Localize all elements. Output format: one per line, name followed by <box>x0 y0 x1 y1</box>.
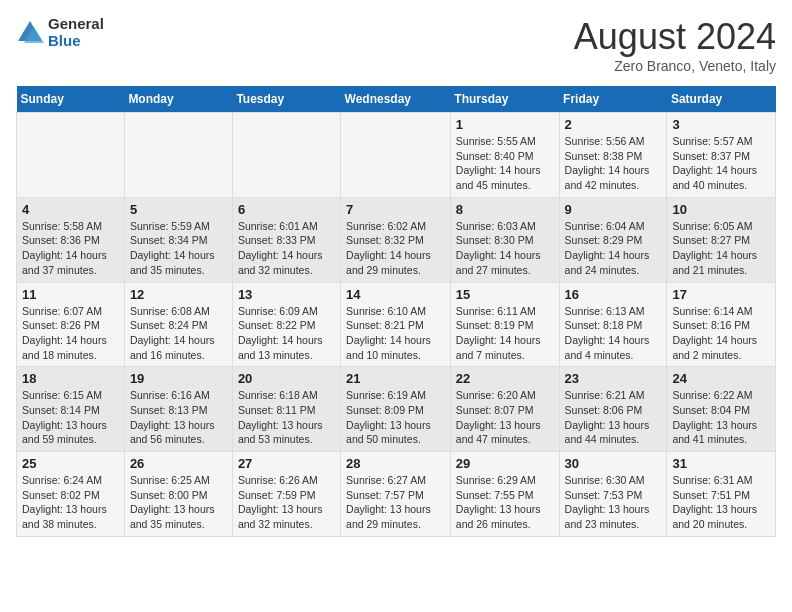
day-number: 29 <box>456 456 554 471</box>
calendar-cell: 3Sunrise: 5:57 AM Sunset: 8:37 PM Daylig… <box>667 113 776 198</box>
calendar-cell: 23Sunrise: 6:21 AM Sunset: 8:06 PM Dayli… <box>559 367 667 452</box>
day-number: 28 <box>346 456 445 471</box>
calendar-cell: 5Sunrise: 5:59 AM Sunset: 8:34 PM Daylig… <box>124 197 232 282</box>
day-info: Sunrise: 6:22 AM Sunset: 8:04 PM Dayligh… <box>672 388 770 447</box>
month-title: August 2024 <box>574 16 776 58</box>
calendar-week-row: 18Sunrise: 6:15 AM Sunset: 8:14 PM Dayli… <box>17 367 776 452</box>
calendar-cell: 31Sunrise: 6:31 AM Sunset: 7:51 PM Dayli… <box>667 452 776 537</box>
day-info: Sunrise: 5:57 AM Sunset: 8:37 PM Dayligh… <box>672 134 770 193</box>
day-info: Sunrise: 6:19 AM Sunset: 8:09 PM Dayligh… <box>346 388 445 447</box>
day-number: 23 <box>565 371 662 386</box>
day-info: Sunrise: 6:13 AM Sunset: 8:18 PM Dayligh… <box>565 304 662 363</box>
day-number: 14 <box>346 287 445 302</box>
day-info: Sunrise: 6:20 AM Sunset: 8:07 PM Dayligh… <box>456 388 554 447</box>
day-number: 1 <box>456 117 554 132</box>
day-info: Sunrise: 6:03 AM Sunset: 8:30 PM Dayligh… <box>456 219 554 278</box>
calendar-cell: 30Sunrise: 6:30 AM Sunset: 7:53 PM Dayli… <box>559 452 667 537</box>
day-info: Sunrise: 6:16 AM Sunset: 8:13 PM Dayligh… <box>130 388 227 447</box>
calendar-cell: 25Sunrise: 6:24 AM Sunset: 8:02 PM Dayli… <box>17 452 125 537</box>
calendar-cell <box>124 113 232 198</box>
calendar-week-row: 11Sunrise: 6:07 AM Sunset: 8:26 PM Dayli… <box>17 282 776 367</box>
calendar-cell: 28Sunrise: 6:27 AM Sunset: 7:57 PM Dayli… <box>341 452 451 537</box>
day-info: Sunrise: 6:02 AM Sunset: 8:32 PM Dayligh… <box>346 219 445 278</box>
day-number: 11 <box>22 287 119 302</box>
calendar-cell: 26Sunrise: 6:25 AM Sunset: 8:00 PM Dayli… <box>124 452 232 537</box>
calendar-table: SundayMondayTuesdayWednesdayThursdayFrid… <box>16 86 776 537</box>
day-header: Tuesday <box>232 86 340 113</box>
calendar-week-row: 25Sunrise: 6:24 AM Sunset: 8:02 PM Dayli… <box>17 452 776 537</box>
calendar-week-row: 1Sunrise: 5:55 AM Sunset: 8:40 PM Daylig… <box>17 113 776 198</box>
calendar-cell: 29Sunrise: 6:29 AM Sunset: 7:55 PM Dayli… <box>450 452 559 537</box>
day-info: Sunrise: 6:27 AM Sunset: 7:57 PM Dayligh… <box>346 473 445 532</box>
day-info: Sunrise: 6:01 AM Sunset: 8:33 PM Dayligh… <box>238 219 335 278</box>
day-info: Sunrise: 6:05 AM Sunset: 8:27 PM Dayligh… <box>672 219 770 278</box>
day-number: 16 <box>565 287 662 302</box>
day-info: Sunrise: 6:09 AM Sunset: 8:22 PM Dayligh… <box>238 304 335 363</box>
day-info: Sunrise: 6:25 AM Sunset: 8:00 PM Dayligh… <box>130 473 227 532</box>
day-info: Sunrise: 6:31 AM Sunset: 7:51 PM Dayligh… <box>672 473 770 532</box>
day-info: Sunrise: 5:59 AM Sunset: 8:34 PM Dayligh… <box>130 219 227 278</box>
day-info: Sunrise: 6:08 AM Sunset: 8:24 PM Dayligh… <box>130 304 227 363</box>
calendar-cell: 16Sunrise: 6:13 AM Sunset: 8:18 PM Dayli… <box>559 282 667 367</box>
day-header: Friday <box>559 86 667 113</box>
day-number: 19 <box>130 371 227 386</box>
calendar-cell: 15Sunrise: 6:11 AM Sunset: 8:19 PM Dayli… <box>450 282 559 367</box>
calendar-cell <box>341 113 451 198</box>
calendar-cell: 13Sunrise: 6:09 AM Sunset: 8:22 PM Dayli… <box>232 282 340 367</box>
calendar-cell: 12Sunrise: 6:08 AM Sunset: 8:24 PM Dayli… <box>124 282 232 367</box>
day-number: 21 <box>346 371 445 386</box>
day-info: Sunrise: 6:24 AM Sunset: 8:02 PM Dayligh… <box>22 473 119 532</box>
day-number: 9 <box>565 202 662 217</box>
day-number: 26 <box>130 456 227 471</box>
day-number: 6 <box>238 202 335 217</box>
logo-text: General Blue <box>48 16 104 49</box>
day-info: Sunrise: 5:56 AM Sunset: 8:38 PM Dayligh… <box>565 134 662 193</box>
calendar-cell: 11Sunrise: 6:07 AM Sunset: 8:26 PM Dayli… <box>17 282 125 367</box>
calendar-cell: 7Sunrise: 6:02 AM Sunset: 8:32 PM Daylig… <box>341 197 451 282</box>
day-number: 5 <box>130 202 227 217</box>
day-number: 8 <box>456 202 554 217</box>
day-number: 7 <box>346 202 445 217</box>
day-number: 24 <box>672 371 770 386</box>
day-info: Sunrise: 6:07 AM Sunset: 8:26 PM Dayligh… <box>22 304 119 363</box>
day-number: 30 <box>565 456 662 471</box>
calendar-cell <box>17 113 125 198</box>
day-number: 18 <box>22 371 119 386</box>
day-number: 4 <box>22 202 119 217</box>
calendar-cell: 21Sunrise: 6:19 AM Sunset: 8:09 PM Dayli… <box>341 367 451 452</box>
calendar-cell: 2Sunrise: 5:56 AM Sunset: 8:38 PM Daylig… <box>559 113 667 198</box>
page-header: General Blue August 2024 Zero Branco, Ve… <box>16 16 776 74</box>
title-block: August 2024 Zero Branco, Veneto, Italy <box>574 16 776 74</box>
calendar-cell: 6Sunrise: 6:01 AM Sunset: 8:33 PM Daylig… <box>232 197 340 282</box>
day-info: Sunrise: 5:55 AM Sunset: 8:40 PM Dayligh… <box>456 134 554 193</box>
calendar-cell: 24Sunrise: 6:22 AM Sunset: 8:04 PM Dayli… <box>667 367 776 452</box>
day-info: Sunrise: 6:30 AM Sunset: 7:53 PM Dayligh… <box>565 473 662 532</box>
day-info: Sunrise: 6:04 AM Sunset: 8:29 PM Dayligh… <box>565 219 662 278</box>
calendar-cell: 27Sunrise: 6:26 AM Sunset: 7:59 PM Dayli… <box>232 452 340 537</box>
day-number: 27 <box>238 456 335 471</box>
calendar-cell: 20Sunrise: 6:18 AM Sunset: 8:11 PM Dayli… <box>232 367 340 452</box>
calendar-cell: 4Sunrise: 5:58 AM Sunset: 8:36 PM Daylig… <box>17 197 125 282</box>
logo-blue: Blue <box>48 33 104 50</box>
logo-general: General <box>48 16 104 33</box>
day-info: Sunrise: 6:15 AM Sunset: 8:14 PM Dayligh… <box>22 388 119 447</box>
calendar-cell <box>232 113 340 198</box>
logo: General Blue <box>16 16 104 49</box>
day-number: 13 <box>238 287 335 302</box>
day-info: Sunrise: 6:10 AM Sunset: 8:21 PM Dayligh… <box>346 304 445 363</box>
day-info: Sunrise: 6:18 AM Sunset: 8:11 PM Dayligh… <box>238 388 335 447</box>
day-number: 25 <box>22 456 119 471</box>
calendar-cell: 18Sunrise: 6:15 AM Sunset: 8:14 PM Dayli… <box>17 367 125 452</box>
calendar-header: SundayMondayTuesdayWednesdayThursdayFrid… <box>17 86 776 113</box>
day-header: Thursday <box>450 86 559 113</box>
calendar-cell: 17Sunrise: 6:14 AM Sunset: 8:16 PM Dayli… <box>667 282 776 367</box>
day-header: Sunday <box>17 86 125 113</box>
calendar-body: 1Sunrise: 5:55 AM Sunset: 8:40 PM Daylig… <box>17 113 776 537</box>
day-number: 3 <box>672 117 770 132</box>
header-row: SundayMondayTuesdayWednesdayThursdayFrid… <box>17 86 776 113</box>
day-info: Sunrise: 6:29 AM Sunset: 7:55 PM Dayligh… <box>456 473 554 532</box>
day-number: 22 <box>456 371 554 386</box>
calendar-cell: 10Sunrise: 6:05 AM Sunset: 8:27 PM Dayli… <box>667 197 776 282</box>
day-number: 15 <box>456 287 554 302</box>
day-info: Sunrise: 6:11 AM Sunset: 8:19 PM Dayligh… <box>456 304 554 363</box>
